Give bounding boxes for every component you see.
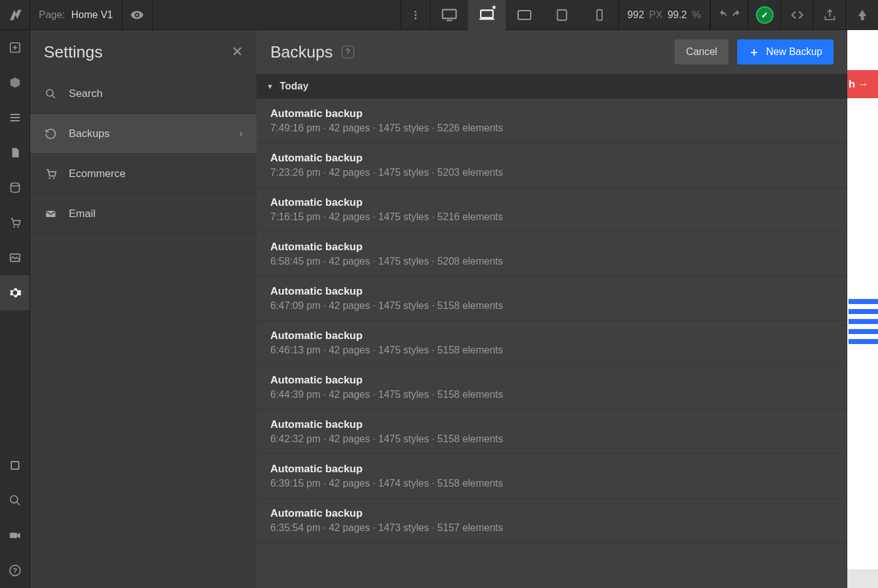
- backup-row[interactable]: Automatic backup7:16:15 pm · 42 pages · …: [257, 188, 847, 232]
- backup-row[interactable]: Automatic backup6:42:32 pm · 42 pages · …: [257, 410, 847, 454]
- rail-settings-icon[interactable]: [0, 275, 29, 310]
- rail-cms-icon[interactable]: [0, 170, 29, 205]
- sidebar-list: Search Backups › Ecommerce Email: [30, 74, 257, 234]
- sidebar-item-search[interactable]: Search: [30, 74, 257, 114]
- backup-row-title: Automatic backup: [270, 330, 834, 342]
- preview-button[interactable]: [123, 0, 153, 30]
- new-backup-button[interactable]: ＋ New Backup: [737, 39, 834, 64]
- code-button[interactable]: [780, 0, 813, 30]
- plus-icon: ＋: [748, 44, 760, 59]
- cancel-button[interactable]: Cancel: [675, 39, 728, 64]
- backup-row[interactable]: Automatic backup7:23:26 pm · 42 pages · …: [257, 143, 847, 188]
- backup-row[interactable]: Automatic backup6:46:13 pm · 42 pages · …: [257, 321, 847, 365]
- canvas-red-banner: h →: [847, 70, 878, 98]
- rail-assets-icon[interactable]: [0, 240, 29, 275]
- page-selector[interactable]: Page: Home V1: [30, 0, 123, 29]
- main-header: Backups ? Cancel ＋ New Backup: [257, 30, 847, 74]
- backup-row[interactable]: Automatic backup6:47:09 pm · 42 pages · …: [257, 276, 847, 321]
- svg-point-20: [49, 177, 51, 179]
- canvas-width: 992: [628, 9, 645, 21]
- main-panel: Backups ? Cancel ＋ New Backup ▼ Today Au…: [257, 30, 847, 588]
- backup-row-meta: 6:44:39 pm · 42 pages · 1475 styles · 51…: [270, 389, 834, 400]
- canvas-gray-block: [847, 569, 878, 588]
- backup-row[interactable]: Automatic backup6:35:54 pm · 42 pages · …: [257, 499, 847, 543]
- caret-down-icon: ▼: [267, 83, 273, 90]
- backup-row[interactable]: Automatic backup7:49:16 pm · 42 pages · …: [257, 99, 847, 143]
- backup-row-title: Automatic backup: [270, 241, 834, 253]
- export-button[interactable]: [813, 0, 845, 30]
- sidebar-item-ecommerce[interactable]: Ecommerce: [30, 154, 257, 194]
- svg-point-2: [414, 17, 416, 19]
- backup-row-title: Automatic backup: [270, 108, 834, 120]
- device-switcher: ★: [431, 0, 618, 29]
- rail-audit-icon[interactable]: [0, 448, 29, 483]
- chevron-right-icon: ›: [239, 128, 243, 140]
- backup-row-meta: 6:46:13 pm · 42 pages · 1475 styles · 51…: [270, 345, 834, 356]
- sidebar-item-label: Search: [69, 88, 103, 100]
- undo-icon[interactable]: [717, 9, 728, 21]
- backup-row-title: Automatic backup: [270, 507, 834, 520]
- device-tablet-landscape-icon[interactable]: [506, 0, 543, 30]
- rail-help-icon[interactable]: ?: [0, 553, 29, 588]
- rail-video-icon[interactable]: [0, 518, 29, 553]
- close-icon[interactable]: ✕: [232, 44, 243, 60]
- main-title: Backups: [270, 43, 333, 62]
- rail-search-icon[interactable]: [0, 483, 29, 518]
- canvas-line: [849, 309, 878, 314]
- svg-point-10: [11, 183, 19, 186]
- canvas-preview-strip: h →: [847, 30, 878, 588]
- device-tablet-portrait-icon[interactable]: [543, 0, 581, 30]
- rail-ecommerce-icon[interactable]: [0, 205, 29, 240]
- backup-row-meta: 7:49:16 pm · 42 pages · 1475 styles · 52…: [270, 123, 834, 134]
- backup-row-title: Automatic backup: [270, 196, 834, 209]
- svg-rect-3: [442, 9, 456, 18]
- sidebar-item-label: Ecommerce: [69, 168, 126, 180]
- status-check-button[interactable]: ✓: [748, 0, 780, 30]
- help-icon[interactable]: ?: [342, 46, 354, 58]
- svg-rect-5: [481, 10, 493, 18]
- svg-point-19: [46, 89, 53, 96]
- more-menu-icon[interactable]: [401, 0, 431, 30]
- topbar-left: Page: Home V1: [0, 0, 153, 29]
- app-root: Page: Home V1 ★: [0, 0, 878, 588]
- sidebar-item-email[interactable]: Email: [30, 194, 257, 234]
- backup-row-meta: 7:16:15 pm · 42 pages · 1475 styles · 52…: [270, 211, 834, 223]
- canvas-width-unit: PX: [649, 9, 662, 21]
- star-badge-icon: ★: [491, 4, 497, 11]
- rail-gap: [0, 310, 29, 448]
- device-desktop-icon[interactable]: [431, 0, 468, 30]
- device-laptop-icon[interactable]: ★: [468, 0, 506, 30]
- backup-row[interactable]: Automatic backup6:44:39 pm · 42 pages · …: [257, 365, 847, 410]
- rail-add-icon[interactable]: [0, 30, 29, 65]
- rail-navigator-icon[interactable]: [0, 100, 29, 135]
- canvas-line: [849, 339, 878, 344]
- canvas-zoom: 99.2: [668, 9, 687, 21]
- sidebar-header: Settings ✕: [30, 30, 257, 74]
- rail-symbols-icon[interactable]: [0, 65, 29, 100]
- canvas-zoom-unit: %: [692, 9, 701, 21]
- svg-point-1: [414, 14, 416, 16]
- svg-rect-16: [9, 533, 17, 538]
- cart-icon: [44, 168, 58, 180]
- svg-rect-7: [557, 9, 566, 20]
- device-phone-icon[interactable]: [581, 0, 618, 30]
- backup-row[interactable]: Automatic backup6:39:15 pm · 42 pages · …: [257, 454, 847, 499]
- topbar: Page: Home V1 ★: [0, 0, 878, 30]
- search-icon: [44, 88, 58, 99]
- backup-list[interactable]: Automatic backup7:49:16 pm · 42 pages · …: [257, 99, 847, 588]
- backup-row-title: Automatic backup: [270, 152, 834, 165]
- sidebar-item-backups[interactable]: Backups ›: [30, 114, 257, 154]
- backup-row[interactable]: Automatic backup6:58:45 pm · 42 pages · …: [257, 232, 847, 276]
- canvas-size-display[interactable]: 992 PX 99.2 %: [618, 0, 710, 29]
- backup-row-title: Automatic backup: [270, 374, 834, 387]
- group-header-today[interactable]: ▼ Today: [257, 74, 847, 99]
- webflow-logo-icon[interactable]: [0, 0, 30, 30]
- publish-button[interactable]: [845, 0, 878, 30]
- svg-text:?: ?: [13, 566, 17, 574]
- svg-rect-6: [518, 11, 531, 19]
- backup-row-title: Automatic backup: [270, 285, 834, 298]
- backup-row-meta: 6:35:54 pm · 42 pages · 1473 styles · 51…: [270, 522, 834, 534]
- rail-pages-icon[interactable]: [0, 135, 29, 170]
- svg-rect-4: [446, 19, 452, 21]
- redo-icon[interactable]: [731, 9, 742, 21]
